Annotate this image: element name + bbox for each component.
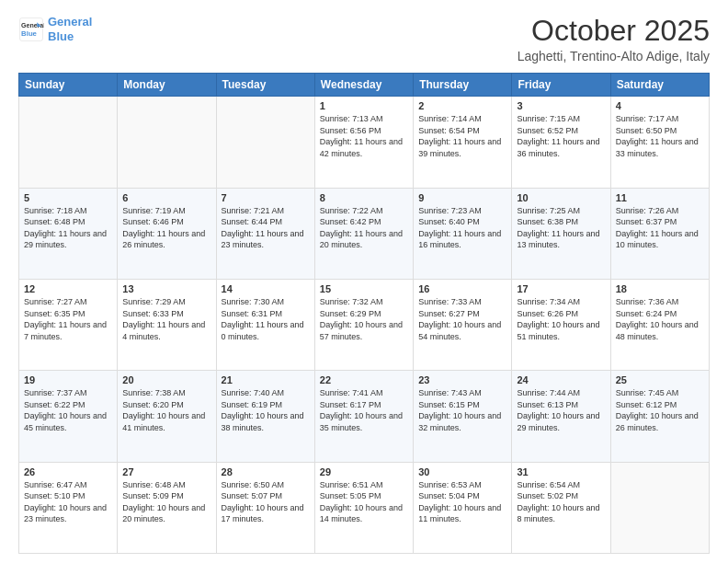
day-info: Sunrise: 7:14 AMSunset: 6:54 PMDaylight:… [418,113,506,159]
location-title: Laghetti, Trentino-Alto Adige, Italy [518,49,710,63]
day-info: Sunrise: 7:21 AMSunset: 6:44 PMDaylight:… [222,205,310,251]
weekday-header-wednesday: Wednesday [314,74,413,97]
day-info: Sunrise: 7:37 AMSunset: 6:22 PMDaylight:… [24,387,112,433]
svg-text:General: General [21,22,44,29]
day-info: Sunrise: 7:27 AMSunset: 6:35 PMDaylight:… [24,296,112,342]
day-info: Sunrise: 7:13 AMSunset: 6:56 PMDaylight:… [320,113,408,159]
calendar-cell: 21Sunrise: 7:40 AMSunset: 6:19 PMDayligh… [216,371,314,462]
day-number: 31 [517,466,605,477]
calendar-cell: 6Sunrise: 7:19 AMSunset: 6:46 PMDaylight… [118,188,216,279]
day-number: 4 [616,100,704,111]
day-number: 20 [122,374,210,385]
calendar-week-5: 26Sunrise: 6:47 AMSunset: 5:10 PMDayligh… [19,462,710,553]
calendar-cell: 19Sunrise: 7:37 AMSunset: 6:22 PMDayligh… [19,371,118,462]
day-number: 16 [418,283,506,294]
calendar-cell [610,462,709,553]
day-info: Sunrise: 7:34 AMSunset: 6:26 PMDaylight:… [517,296,605,342]
calendar-cell: 8Sunrise: 7:22 AMSunset: 6:42 PMDaylight… [314,188,413,279]
day-number: 30 [418,466,506,477]
day-number: 19 [24,374,112,385]
calendar-table: SundayMondayTuesdayWednesdayThursdayFrid… [18,73,710,554]
svg-text:Blue: Blue [21,29,38,38]
day-number: 14 [222,283,310,294]
day-info: Sunrise: 7:22 AMSunset: 6:42 PMDaylight:… [320,205,408,251]
calendar-cell: 24Sunrise: 7:44 AMSunset: 6:13 PMDayligh… [512,371,610,462]
calendar-week-1: 1Sunrise: 7:13 AMSunset: 6:56 PMDaylight… [19,97,710,188]
calendar-cell [19,97,118,188]
day-number: 21 [222,374,310,385]
calendar-cell: 27Sunrise: 6:48 AMSunset: 5:09 PMDayligh… [118,462,216,553]
day-number: 1 [320,100,408,111]
calendar-cell: 5Sunrise: 7:18 AMSunset: 6:48 PMDaylight… [19,188,118,279]
day-info: Sunrise: 7:25 AMSunset: 6:38 PMDaylight:… [517,205,605,251]
calendar-cell: 3Sunrise: 7:15 AMSunset: 6:52 PMDaylight… [512,97,610,188]
day-info: Sunrise: 6:48 AMSunset: 5:09 PMDaylight:… [122,479,210,525]
calendar-week-4: 19Sunrise: 7:37 AMSunset: 6:22 PMDayligh… [19,371,710,462]
calendar-cell: 11Sunrise: 7:26 AMSunset: 6:37 PMDayligh… [610,188,709,279]
day-info: Sunrise: 7:19 AMSunset: 6:46 PMDaylight:… [122,205,210,251]
day-number: 9 [418,192,506,203]
calendar-cell: 17Sunrise: 7:34 AMSunset: 6:26 PMDayligh… [512,279,610,370]
day-number: 27 [122,466,210,477]
day-number: 17 [517,283,605,294]
calendar-week-3: 12Sunrise: 7:27 AMSunset: 6:35 PMDayligh… [19,279,710,370]
day-info: Sunrise: 7:15 AMSunset: 6:52 PMDaylight:… [517,113,605,159]
day-info: Sunrise: 7:43 AMSunset: 6:15 PMDaylight:… [418,387,506,433]
calendar-cell: 23Sunrise: 7:43 AMSunset: 6:15 PMDayligh… [414,371,512,462]
calendar-week-2: 5Sunrise: 7:18 AMSunset: 6:48 PMDaylight… [19,188,710,279]
calendar-cell: 1Sunrise: 7:13 AMSunset: 6:56 PMDaylight… [314,97,413,188]
day-number: 28 [222,466,310,477]
logo-icon: General Blue [18,17,44,42]
day-info: Sunrise: 7:23 AMSunset: 6:40 PMDaylight:… [418,205,506,251]
day-info: Sunrise: 6:50 AMSunset: 5:07 PMDaylight:… [222,479,310,525]
title-block: October 2025 Laghetti, Trentino-Alto Adi… [518,15,710,63]
day-info: Sunrise: 7:38 AMSunset: 6:20 PMDaylight:… [122,387,210,433]
day-info: Sunrise: 7:36 AMSunset: 6:24 PMDaylight:… [616,296,704,342]
page: General Blue General Blue October 2025 L… [0,0,728,563]
calendar-cell: 14Sunrise: 7:30 AMSunset: 6:31 PMDayligh… [216,279,314,370]
calendar-cell: 12Sunrise: 7:27 AMSunset: 6:35 PMDayligh… [19,279,118,370]
header: General Blue General Blue October 2025 L… [18,15,710,63]
calendar-cell: 13Sunrise: 7:29 AMSunset: 6:33 PMDayligh… [118,279,216,370]
day-number: 7 [222,192,310,203]
weekday-header-sunday: Sunday [19,74,118,97]
weekday-header-saturday: Saturday [610,74,709,97]
day-number: 18 [616,283,704,294]
day-info: Sunrise: 7:41 AMSunset: 6:17 PMDaylight:… [320,387,408,433]
logo-text: General Blue [48,15,92,43]
calendar-cell: 10Sunrise: 7:25 AMSunset: 6:38 PMDayligh… [512,188,610,279]
calendar-cell: 31Sunrise: 6:54 AMSunset: 5:02 PMDayligh… [512,462,610,553]
calendar-header-row: SundayMondayTuesdayWednesdayThursdayFrid… [19,74,710,97]
calendar-cell: 30Sunrise: 6:53 AMSunset: 5:04 PMDayligh… [414,462,512,553]
calendar-cell: 9Sunrise: 7:23 AMSunset: 6:40 PMDaylight… [414,188,512,279]
day-info: Sunrise: 7:18 AMSunset: 6:48 PMDaylight:… [24,205,112,251]
calendar-cell: 26Sunrise: 6:47 AMSunset: 5:10 PMDayligh… [19,462,118,553]
weekday-header-thursday: Thursday [414,74,512,97]
day-info: Sunrise: 6:53 AMSunset: 5:04 PMDaylight:… [418,479,506,525]
day-info: Sunrise: 7:26 AMSunset: 6:37 PMDaylight:… [616,205,704,251]
day-number: 12 [24,283,112,294]
calendar-cell: 2Sunrise: 7:14 AMSunset: 6:54 PMDaylight… [414,97,512,188]
day-number: 10 [517,192,605,203]
day-number: 24 [517,374,605,385]
day-number: 26 [24,466,112,477]
day-number: 13 [122,283,210,294]
calendar-cell: 15Sunrise: 7:32 AMSunset: 6:29 PMDayligh… [314,279,413,370]
weekday-header-friday: Friday [512,74,610,97]
day-number: 8 [320,192,408,203]
day-number: 23 [418,374,506,385]
day-number: 2 [418,100,506,111]
day-number: 3 [517,100,605,111]
day-info: Sunrise: 7:30 AMSunset: 6:31 PMDaylight:… [222,296,310,342]
weekday-header-tuesday: Tuesday [216,74,314,97]
day-number: 15 [320,283,408,294]
day-number: 6 [122,192,210,203]
day-number: 29 [320,466,408,477]
day-info: Sunrise: 7:29 AMSunset: 6:33 PMDaylight:… [122,296,210,342]
day-info: Sunrise: 7:17 AMSunset: 6:50 PMDaylight:… [616,113,704,159]
calendar-cell: 16Sunrise: 7:33 AMSunset: 6:27 PMDayligh… [414,279,512,370]
day-number: 22 [320,374,408,385]
calendar-cell: 20Sunrise: 7:38 AMSunset: 6:20 PMDayligh… [118,371,216,462]
day-number: 25 [616,374,704,385]
calendar-cell [118,97,216,188]
